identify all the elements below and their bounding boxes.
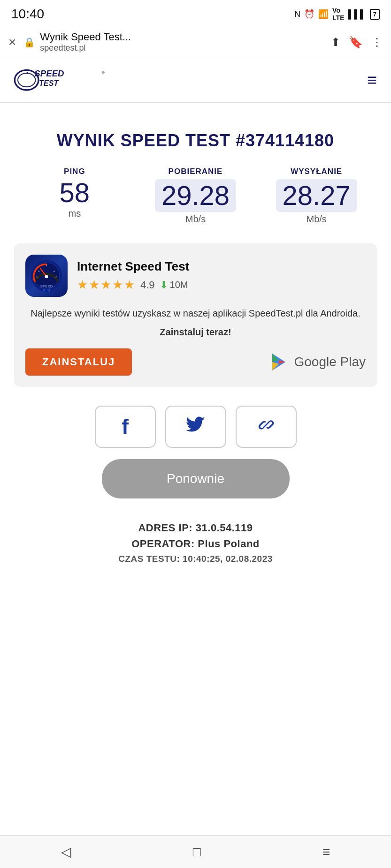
link-share-button[interactable]: [236, 406, 297, 448]
status-icons: N ⏰ 📶 VoLTE ▌▌▌ 7: [294, 7, 380, 22]
header-divider: [0, 102, 391, 103]
home-nav-icon[interactable]: □: [193, 845, 201, 860]
svg-text:®: ®: [102, 70, 105, 75]
ping-stat: PING 58 ms: [14, 167, 135, 219]
svg-text:SPEED: SPEED: [40, 284, 53, 288]
test-time-row: CZAS TESTU: 10:40:25, 02.08.2023: [14, 554, 377, 564]
stats-row: PING 58 ms POBIERANIE 29.28 Mb/s WYSYŁAN…: [14, 167, 377, 225]
promo-description: Najlepsze wyniki testów uzyskasz w nasze…: [25, 306, 366, 320]
promo-cta-text: Zainstaluj teraz!: [25, 325, 366, 339]
app-name: Internet Speed Test: [77, 259, 366, 274]
star-icons: ★★★★★: [77, 278, 136, 292]
page-title: WYNIK SPEED TEST #374114180: [14, 131, 377, 151]
promo-actions: ZAINSTALUJ Google Play: [25, 348, 366, 376]
downloads-count: 10M: [170, 279, 188, 290]
operator-label: OPERATOR:: [131, 538, 194, 550]
bottom-nav: ◁ □ ≡: [0, 835, 391, 868]
google-play-icon: [268, 352, 289, 372]
browser-title-block: Wynik Speed Test... speedtest.pl: [40, 31, 131, 53]
svg-point-14: [45, 275, 48, 279]
promo-card: SPEED TEST Internet Speed Test ★★★★★ 4.9…: [14, 243, 377, 387]
ping-value: 58: [14, 179, 135, 206]
google-play-text: Google Play: [294, 355, 366, 370]
download-value: 29.28: [155, 179, 236, 212]
upload-value: 28.27: [276, 179, 357, 212]
main-content: WYNIK SPEED TEST #374114180 PING 58 ms P…: [0, 117, 391, 597]
4glte-icon: VoLTE: [332, 7, 344, 22]
ip-value: 31.0.54.119: [196, 522, 253, 534]
browser-actions: ⬆ 🔖 ⋮: [331, 36, 383, 49]
lock-icon: 🔒: [23, 37, 35, 48]
operator-row: OPERATOR: Plus Poland: [14, 538, 377, 550]
install-button[interactable]: ZAINSTALUJ: [25, 348, 132, 376]
download-unit: Mb/s: [135, 214, 256, 225]
download-arrow-icon: ⬇: [160, 279, 168, 291]
ping-unit: ms: [14, 208, 135, 219]
twitter-bird-svg: [185, 415, 206, 435]
signal-icon: ▌▌▌: [348, 9, 366, 19]
more-options-icon[interactable]: ⋮: [371, 36, 383, 49]
speedometer-svg: SPEED TEST: [30, 259, 63, 292]
time-label: CZAS TESTU:: [118, 554, 180, 564]
link-svg: [256, 415, 276, 435]
svg-point-4: [26, 72, 28, 74]
upload-unit: Mb/s: [256, 214, 377, 225]
share-icon[interactable]: ⬆: [331, 36, 340, 49]
ip-label: ADRES IP:: [138, 522, 192, 534]
twitter-icon: [185, 415, 206, 439]
link-icon: [256, 415, 276, 439]
svg-text:TEST: TEST: [42, 289, 51, 292]
retry-button[interactable]: Ponownie: [102, 459, 290, 498]
browser-title: Wynik Speed Test...: [40, 31, 131, 43]
download-label: POBIERANIE: [135, 167, 256, 176]
svg-text:TEST: TEST: [39, 79, 59, 87]
browser-url: speedtest.pl: [40, 43, 131, 53]
browser-url-area: 🔒 Wynik Speed Test... speedtest.pl: [23, 31, 323, 53]
browser-close-button[interactable]: ×: [8, 35, 16, 50]
app-info: Internet Speed Test ★★★★★ 4.9 ⬇ 10M: [77, 259, 366, 292]
site-header: SPEED TEST ® ≡: [0, 58, 391, 102]
logo-container: SPEED TEST ®: [14, 68, 108, 92]
status-bar: 10:40 N ⏰ 📶 VoLTE ▌▌▌ 7: [0, 0, 391, 26]
operator-value: Plus Poland: [198, 538, 259, 550]
ip-address-row: ADRES IP: 31.0.54.119: [14, 522, 377, 534]
twitter-share-button[interactable]: [165, 406, 226, 448]
facebook-icon: f: [122, 415, 129, 438]
share-buttons: f: [14, 406, 377, 448]
app-icon: SPEED TEST: [25, 255, 68, 297]
bookmark-icon[interactable]: 🔖: [349, 36, 363, 49]
status-time: 10:40: [11, 7, 44, 22]
speedtest-logo: SPEED TEST ®: [14, 68, 108, 92]
wifi-icon: 📶: [318, 9, 329, 19]
nfc-icon: N: [294, 9, 300, 19]
battery-icon: 7: [370, 9, 380, 20]
upload-stat: WYSYŁANIE 28.27 Mb/s: [256, 167, 377, 225]
upload-label: WYSYŁANIE: [256, 167, 377, 176]
hamburger-menu-icon[interactable]: ≡: [367, 70, 377, 90]
time-value: 10:40:25, 02.08.2023: [183, 554, 273, 564]
back-nav-icon[interactable]: ◁: [61, 844, 71, 860]
alarm-icon: ⏰: [304, 9, 314, 19]
browser-bar: × 🔒 Wynik Speed Test... speedtest.pl ⬆ 🔖…: [0, 26, 391, 58]
promo-top: SPEED TEST Internet Speed Test ★★★★★ 4.9…: [25, 255, 366, 297]
svg-text:SPEED: SPEED: [34, 68, 64, 78]
downloads: ⬇ 10M: [160, 279, 188, 291]
ping-label: PING: [14, 167, 135, 176]
download-stat: POBIERANIE 29.28 Mb/s: [135, 167, 256, 225]
google-play-badge[interactable]: Google Play: [268, 352, 366, 372]
ip-info: ADRES IP: 31.0.54.119 OPERATOR: Plus Pol…: [14, 522, 377, 564]
rating-number: 4.9: [140, 279, 155, 291]
menu-nav-icon[interactable]: ≡: [322, 845, 330, 860]
svg-point-1: [18, 73, 35, 87]
svg-line-21: [263, 422, 269, 428]
facebook-share-button[interactable]: f: [95, 406, 156, 448]
app-rating-row: ★★★★★ 4.9 ⬇ 10M: [77, 278, 366, 292]
